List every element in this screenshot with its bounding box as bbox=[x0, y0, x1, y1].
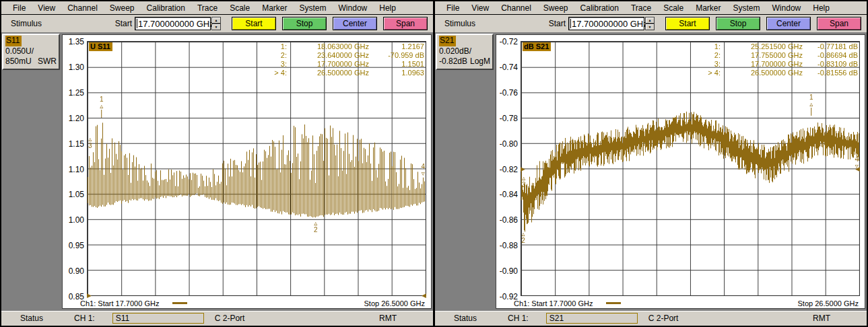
measurement-box[interactable]: S21 bbox=[546, 313, 638, 324]
y-axis-tick-label: 0.95 bbox=[57, 241, 84, 250]
trace-color-key bbox=[606, 302, 621, 304]
trace-format: LogM bbox=[470, 57, 490, 67]
trace-info-box[interactable]: S11 0.050U/ 850mU SWR bbox=[2, 34, 60, 70]
stimulus-preset-button[interactable]: Stop bbox=[282, 17, 327, 30]
spin-down-button[interactable]: ▼ bbox=[211, 24, 221, 30]
trace-canvas bbox=[88, 42, 426, 295]
menu-item[interactable]: View bbox=[32, 2, 61, 14]
trace-canvas bbox=[521, 42, 859, 295]
y-axis-tick-label: -0.92 bbox=[491, 292, 518, 301]
stimulus-preset-button[interactable]: Start bbox=[665, 17, 710, 30]
menu-item[interactable]: Trace bbox=[625, 2, 657, 14]
spin-down-button[interactable]: ▼ bbox=[645, 24, 655, 30]
marker-number: 2: bbox=[699, 51, 721, 60]
menu-item[interactable]: Scale bbox=[657, 2, 690, 14]
trace-info-box[interactable]: S21 0.020dB/ -0.82dB LogM bbox=[436, 34, 494, 70]
sweep-footer: Ch1: Start 17.7000 GHz Stop 26.5000 GHz bbox=[63, 296, 426, 308]
menu-item[interactable]: File bbox=[440, 2, 465, 14]
main-area: S11 0.050U/ 850mU SWR 1.351.301.251.201.… bbox=[1, 33, 433, 310]
marker-frequency: 17.700000 GHz bbox=[725, 60, 803, 69]
start-frequency-value: 17.700000000 GHz bbox=[138, 19, 214, 29]
y-axis-tick-label: -0.86 bbox=[491, 215, 518, 225]
menu-item[interactable]: Trace bbox=[191, 2, 224, 14]
stop-frequency-label: Stop 26.5000 GHz bbox=[797, 299, 859, 307]
marker-frequency: 26.500000 GHz bbox=[291, 69, 369, 77]
menu-item[interactable]: Marker bbox=[690, 2, 727, 14]
marker-number: 2: bbox=[265, 51, 287, 60]
stimulus-preset-button[interactable]: Stop bbox=[716, 17, 760, 30]
frequency-stepper: ▲ ▼ bbox=[211, 17, 221, 30]
stimulus-buttons: StartStopCenterSpan bbox=[665, 17, 861, 30]
spin-up-button[interactable]: ▲ bbox=[645, 17, 655, 24]
stimulus-buttons: StartStopCenterSpan bbox=[232, 17, 428, 30]
menu-item[interactable]: Help bbox=[373, 2, 402, 14]
y-axis-tick-label: -0.76 bbox=[491, 88, 518, 98]
stimulus-preset-button[interactable]: Span bbox=[817, 17, 861, 30]
y-axis-tick-label: -0.74 bbox=[491, 63, 518, 72]
menu-item[interactable]: Window bbox=[333, 2, 374, 14]
measurement-box[interactable]: S11 bbox=[112, 313, 204, 324]
y-axis-tick-label: -0.88 bbox=[491, 241, 518, 250]
marker-value: -0.81556 dB bbox=[807, 69, 858, 77]
vna-window-s21: FileViewChannelSweepCalibrationTraceScal… bbox=[435, 1, 867, 326]
menu-item[interactable]: Help bbox=[807, 2, 836, 14]
spin-up-button[interactable]: ▲ bbox=[211, 17, 221, 24]
menu-item[interactable]: Sweep bbox=[537, 2, 574, 14]
marker-value: -0.83109 dB bbox=[807, 60, 858, 69]
menu-item[interactable]: Channel bbox=[495, 2, 537, 14]
menu-item[interactable]: Calibration bbox=[574, 2, 625, 14]
frequency-stepper: ▲ ▼ bbox=[645, 17, 655, 30]
y-axis-tick-label: -0.84 bbox=[491, 190, 518, 199]
trace-ref-value: -0.82dB bbox=[439, 57, 467, 67]
marker-frequency: 25.251500 GHz bbox=[725, 42, 803, 51]
trace-sidebar: S11 0.050U/ 850mU SWR bbox=[1, 33, 61, 310]
start-field-label: Start bbox=[549, 19, 566, 28]
start-field-label: Start bbox=[115, 19, 132, 28]
stimulus-preset-button[interactable]: Span bbox=[383, 17, 428, 30]
start-frequency-input[interactable]: 17.700000000 GHz bbox=[135, 17, 211, 30]
y-axis-tick-label: 1.25 bbox=[57, 88, 84, 98]
marker-value: -0.86694 dB bbox=[807, 51, 858, 60]
marker-frequency: 26.500000 GHz bbox=[725, 69, 803, 77]
marker-frequency: 17.755000 GHz bbox=[725, 51, 803, 60]
y-axis-tick-label: 1.10 bbox=[57, 165, 84, 174]
marker-number: 3: bbox=[265, 60, 287, 69]
menu-item[interactable]: Marker bbox=[256, 2, 293, 14]
menu-item[interactable]: System bbox=[727, 2, 766, 14]
plot-area[interactable]: dB S21 1: 25.251500 GHz -0.77181 dB 2: 1… bbox=[521, 41, 860, 296]
marker-readout-row: > 4: 26.500000 GHz -0.81556 dB bbox=[699, 69, 858, 77]
menu-item[interactable]: Calibration bbox=[141, 2, 191, 14]
y-axis-tick-label: 1.20 bbox=[57, 114, 84, 123]
stimulus-preset-button[interactable]: Center bbox=[333, 17, 377, 30]
main-area: S21 0.020dB/ -0.82dB LogM -0.72-0.74-0.7… bbox=[435, 33, 867, 310]
graph-region: -0.72-0.74-0.76-0.78-0.80-0.82-0.84-0.86… bbox=[496, 34, 865, 309]
trace-format: SWR bbox=[38, 57, 57, 67]
stimulus-preset-button[interactable]: Center bbox=[766, 17, 811, 30]
marker-readout-row: > 4: 26.500000 GHz 1.0963 bbox=[265, 69, 424, 77]
marker-number: 3: bbox=[699, 60, 721, 69]
marker-number: 1: bbox=[265, 42, 287, 51]
plot-area[interactable]: U S11 1: 18.063000 GHz 1.2167 2: 23.6400… bbox=[87, 41, 426, 296]
menu-item[interactable]: Window bbox=[766, 2, 807, 14]
marker-frequency: 23.640000 GHz bbox=[291, 51, 369, 60]
trace-scale: 0.050U/ bbox=[5, 46, 57, 57]
graph-region: 1.351.301.251.201.151.101.051.000.950.90… bbox=[62, 34, 432, 309]
menu-item[interactable]: File bbox=[7, 2, 32, 14]
marker-readout-row: 3: 17.700000 GHz 1.1501 bbox=[265, 60, 424, 69]
start-frequency-input[interactable]: 17.700000000 GHz bbox=[568, 17, 644, 30]
stimulus-preset-button[interactable]: Start bbox=[232, 17, 276, 30]
y-axis-tick-label: 0.85 bbox=[57, 292, 84, 301]
y-axis-tick-label: -0.78 bbox=[491, 114, 518, 123]
menu-item[interactable]: Channel bbox=[61, 2, 104, 14]
trace-color-key bbox=[172, 302, 187, 304]
menu-item[interactable]: Scale bbox=[224, 2, 256, 14]
menu-item[interactable]: Sweep bbox=[104, 2, 141, 14]
marker-readout-row: 1: 25.251500 GHz -0.77181 dB bbox=[699, 42, 858, 51]
start-frequency-value: 17.700000000 GHz bbox=[572, 19, 648, 29]
menu-item[interactable]: View bbox=[465, 2, 495, 14]
trace-name-chip: S21 bbox=[439, 36, 456, 46]
stimulus-label: Stimulus bbox=[444, 19, 475, 28]
y-axis-tick-label: 1.00 bbox=[57, 215, 84, 225]
menu-item[interactable]: System bbox=[294, 2, 333, 14]
trace-sidebar: S21 0.020dB/ -0.82dB LogM bbox=[435, 33, 494, 310]
